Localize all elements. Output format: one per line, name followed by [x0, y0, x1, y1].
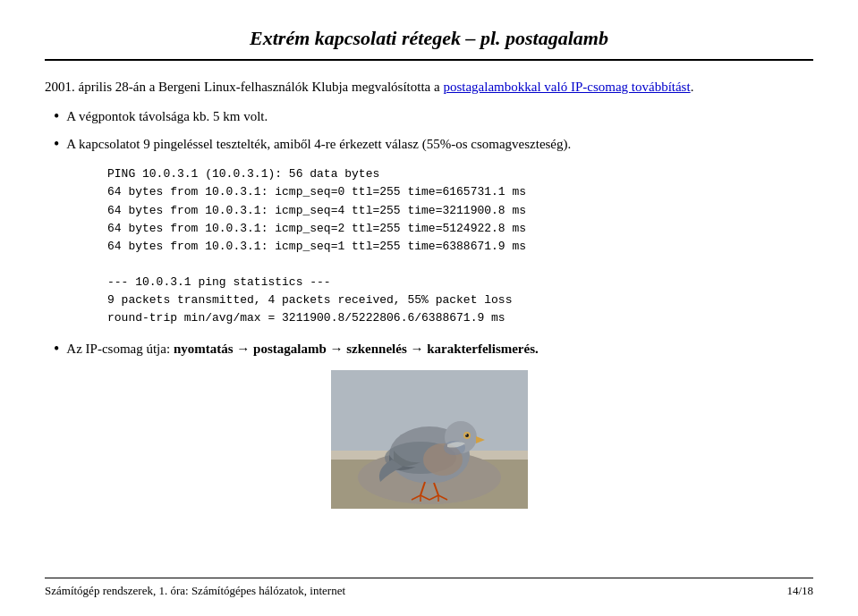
bullet-dot-3: • — [54, 339, 59, 359]
bullet-dot-2: • — [54, 134, 59, 155]
bullet-item-2: • A kapcsolatot 9 pingeléssel tesztelték… — [54, 134, 813, 155]
footer-course: Számítógép rendszerek, 1. óra: Számítógé… — [45, 584, 345, 598]
bullet-text-1: A végpontok távolsága kb. 5 km volt. — [66, 106, 813, 127]
footer-page-number: 14/18 — [786, 584, 813, 598]
bullet-dot-1: • — [54, 106, 59, 127]
page-title: Extrém kapcsolati rétegek – pl. postagal… — [45, 27, 813, 61]
bullet-text-3: Az IP-csomag útja: nyomtatás → postagala… — [66, 339, 813, 359]
subtitle: 2001. április 28-án a Bergeni Linux-felh… — [45, 77, 813, 97]
svg-point-9 — [465, 434, 466, 435]
page-footer: Számítógép rendszerek, 1. óra: Számítógé… — [45, 578, 813, 598]
step-nyomtatas: nyomtatás — [174, 342, 234, 356]
bullet-text-2: A kapcsolatot 9 pingeléssel tesztelték, … — [66, 134, 813, 155]
code-block: PING 10.0.3.1 (10.0.3.1): 56 data bytes … — [107, 165, 813, 327]
step-szkenneles: szkennelés — [346, 342, 407, 356]
subtitle-link[interactable]: postagalambokkal való IP-csomag továbbít… — [443, 80, 690, 94]
pigeon-image — [331, 370, 528, 509]
step-postagalamb: postagalamb — [253, 342, 327, 356]
pigeon-container — [45, 370, 813, 512]
bullet-item-1: • A végpontok távolsága kb. 5 km volt. — [54, 106, 813, 127]
step-karakterfelismeres: karakterfelismerés. — [427, 342, 539, 356]
bullet-item-3: • Az IP-csomag útja: nyomtatás → postaga… — [54, 339, 813, 359]
